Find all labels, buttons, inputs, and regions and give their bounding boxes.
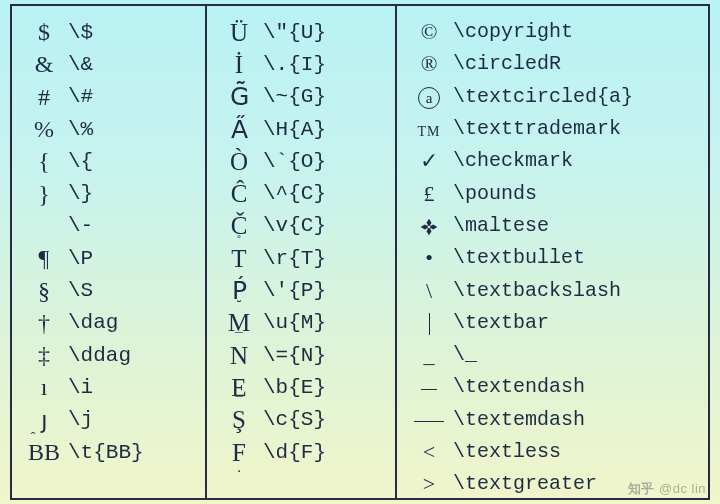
table-row: \textendash bbox=[405, 371, 700, 403]
latex-command: \# bbox=[68, 86, 93, 107]
symbol-glyph: E¯ bbox=[215, 375, 263, 400]
latex-command: \- bbox=[68, 215, 93, 236]
table-row: &\& bbox=[20, 48, 197, 80]
latex-command: \r{T} bbox=[263, 248, 326, 269]
latex-command: \H{A} bbox=[263, 119, 326, 140]
latex-command: \={N} bbox=[263, 345, 326, 366]
table-row: }\} bbox=[20, 177, 197, 209]
symbol-glyph: { bbox=[20, 149, 68, 173]
table-row: †\dag bbox=[20, 307, 197, 339]
latex-command: \checkmark bbox=[453, 151, 573, 171]
symbol-glyph: ˚T bbox=[215, 246, 263, 271]
table-row: $\$ bbox=[20, 16, 197, 48]
symbol-glyph: ‡ bbox=[20, 343, 68, 367]
symbol-glyph: & bbox=[20, 52, 68, 76]
latex-command: \$ bbox=[68, 22, 93, 43]
table-row: ¯N\={N} bbox=[215, 339, 387, 371]
table-row: ı\i bbox=[20, 371, 197, 403]
latex-command: \`{O} bbox=[263, 151, 326, 172]
svg-point-0 bbox=[427, 226, 431, 230]
table-row: ✓\checkmark bbox=[405, 145, 700, 177]
symbol-glyph bbox=[405, 214, 453, 237]
latex-command: \circledR bbox=[453, 54, 561, 74]
symbol-glyph: † bbox=[20, 311, 68, 335]
table-row: ®\circledR bbox=[405, 48, 700, 80]
symbol-glyph bbox=[405, 409, 453, 431]
table-row: {\{ bbox=[20, 145, 197, 177]
symbol-glyph: $ bbox=[20, 20, 68, 44]
latex-command: \t{BB} bbox=[68, 442, 144, 463]
latex-command: \pounds bbox=[453, 184, 537, 204]
latex-command: \P bbox=[68, 248, 93, 269]
latex-command: \u{M} bbox=[263, 312, 326, 333]
latex-command: \"{U} bbox=[263, 22, 326, 43]
table-row: TM\texttrademark bbox=[405, 113, 700, 145]
table-row: a\textcircled{a} bbox=[405, 81, 700, 113]
latex-command: \~{G} bbox=[263, 86, 326, 107]
symbol-glyph: # bbox=[20, 85, 68, 109]
table-row: \textemdash bbox=[405, 404, 700, 436]
table-row: ˚T\r{T} bbox=[215, 242, 387, 274]
symbol-glyph: > bbox=[405, 473, 453, 495]
latex-command: \} bbox=[68, 183, 93, 204]
table-row: İ\.{I} bbox=[215, 48, 387, 80]
latex-command: \i bbox=[68, 377, 93, 398]
table-row: §\S bbox=[20, 274, 197, 306]
latex-command: \textcircled{a} bbox=[453, 87, 633, 107]
table-row: #\# bbox=[20, 81, 197, 113]
table-row: \textbar bbox=[405, 307, 700, 339]
column-2: Ü\"{U}İ\.{I}G̃\~{G}A̋\H{A}Ò\`{O}Ĉ\^{C}Č\… bbox=[207, 6, 397, 498]
watermark-brand: 知乎 bbox=[628, 481, 655, 496]
symbol-glyph: £ bbox=[405, 183, 453, 205]
table-row: •\textbullet bbox=[405, 242, 700, 274]
symbol-glyph: _ bbox=[405, 344, 453, 366]
table-row: \\textbackslash bbox=[405, 274, 700, 306]
table-row: Ü\"{U} bbox=[215, 16, 387, 48]
table-row: \maltese bbox=[405, 210, 700, 242]
table-row: %\% bbox=[20, 113, 197, 145]
latex-command: \{ bbox=[68, 151, 93, 172]
table-row: ©\copyright bbox=[405, 16, 700, 48]
table-row: A̋\H{A} bbox=[215, 113, 387, 145]
latex-command: \texttrademark bbox=[453, 119, 621, 139]
latex-command: \textemdash bbox=[453, 410, 585, 430]
table-row: F.\d{F} bbox=[215, 436, 387, 468]
table-row: <\textless bbox=[405, 436, 700, 468]
symbol-table: $\$&\&#\#%\%{\{}\}\-¶\P§\S†\dag‡\ddagı\i… bbox=[10, 4, 710, 500]
symbol-glyph: < bbox=[405, 441, 453, 463]
latex-command: \ddag bbox=[68, 345, 131, 366]
symbol-glyph: ȷ bbox=[20, 408, 68, 432]
column-3: ©\copyright®\circledRa\textcircled{a}TM\… bbox=[397, 6, 708, 498]
latex-command: \& bbox=[68, 54, 93, 75]
symbol-glyph: Ò bbox=[215, 149, 263, 174]
latex-command: \b{E} bbox=[263, 377, 326, 398]
table-row: E¯\b{E} bbox=[215, 371, 387, 403]
symbol-glyph: İ bbox=[215, 52, 263, 77]
symbol-glyph: ¶ bbox=[20, 246, 68, 270]
latex-command: \.{I} bbox=[263, 54, 326, 75]
latex-command: \maltese bbox=[453, 216, 549, 236]
latex-command: \textless bbox=[453, 442, 561, 462]
latex-command: \textgreater bbox=[453, 474, 597, 494]
latex-command: \v{C} bbox=[263, 215, 326, 236]
symbol-glyph bbox=[405, 311, 453, 335]
symbol-glyph: ✓ bbox=[405, 150, 453, 172]
symbol-glyph: ˆBB bbox=[20, 440, 68, 464]
symbol-glyph: G̃ bbox=[215, 84, 263, 109]
latex-command: \textbar bbox=[453, 313, 549, 333]
table-row: Ĉ\^{C} bbox=[215, 177, 387, 209]
symbol-glyph: ® bbox=[405, 53, 453, 75]
symbol-glyph bbox=[405, 376, 453, 398]
symbol-glyph: Ş bbox=[215, 407, 263, 432]
symbol-glyph: ¯N bbox=[215, 343, 263, 368]
symbol-glyph: A̋ bbox=[215, 117, 263, 142]
symbol-glyph: % bbox=[20, 117, 68, 141]
latex-command: \S bbox=[68, 280, 93, 301]
table-row: ˆBB\t{BB} bbox=[20, 436, 197, 468]
symbol-glyph: a bbox=[405, 85, 453, 109]
symbol-glyph: § bbox=[20, 279, 68, 303]
table-row: Ò\`{O} bbox=[215, 145, 387, 177]
table-row: £\pounds bbox=[405, 177, 700, 209]
symbol-glyph: \ bbox=[405, 280, 453, 302]
latex-command: \_ bbox=[453, 345, 477, 365]
